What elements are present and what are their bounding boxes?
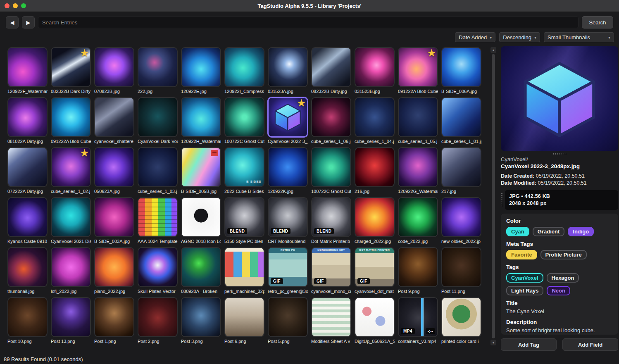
thumbnail-image[interactable] [181, 297, 221, 337]
forward-button[interactable]: ▶ [22, 16, 35, 29]
grid-item[interactable]: charged_2022.jpg [355, 197, 395, 245]
thumbnail-image[interactable]: RETRO PC GIF [268, 247, 308, 287]
grid-item[interactable]: ★ 091222A Blob Cube [398, 47, 438, 95]
thumbnail-image[interactable] [441, 297, 481, 337]
thumbnail-image[interactable] [398, 97, 438, 137]
thumbnail-image[interactable]: ★ [51, 147, 91, 187]
scrollbar-thumb[interactable] [492, 54, 495, 338]
tag-chip[interactable]: Indigo [568, 227, 594, 236]
grid-item[interactable]: MONOCHROME CRT GIF cyanvoxel_mono_cr [311, 247, 351, 295]
grid-item[interactable]: Post 11.png [441, 247, 481, 295]
thumbnail-image[interactable] [7, 247, 48, 287]
thumbnail-image[interactable]: B-SIDES [224, 147, 264, 187]
thumbnail-image[interactable] [138, 47, 178, 87]
thumbnail-image[interactable] [441, 147, 481, 187]
grid-item[interactable]: cube_series_1_06.j [311, 97, 351, 145]
info-drag-handle[interactable] [501, 193, 503, 207]
thumbnail-image[interactable] [7, 197, 48, 237]
grid-item[interactable]: AAA 1024 Template [138, 197, 178, 245]
grid-item[interactable]: 120922I_Compress [224, 47, 264, 95]
thumbnail-image[interactable] [441, 97, 481, 137]
grid-item[interactable]: Post 3.png [181, 297, 221, 345]
thumbnail-image[interactable]: BLEND [311, 197, 351, 237]
thumbnail-image[interactable] [398, 197, 438, 237]
grid-item[interactable]: 031523A.jpg [268, 47, 308, 95]
grid-item[interactable]: 217.jpg [441, 147, 481, 195]
thumbnail-image[interactable] [224, 47, 264, 87]
grid-item[interactable]: 082322B Dirty.jpg [311, 47, 351, 95]
grid-item[interactable]: lofi_2022.jpg [51, 247, 91, 295]
grid-item[interactable]: B-SIDE_006A.jpg [441, 47, 481, 95]
grid-item[interactable]: 120922K.jpg [268, 147, 308, 195]
thumbnail-image[interactable] [7, 97, 48, 137]
thumbnail-image[interactable] [51, 297, 91, 337]
grid-item[interactable]: Modifiers Sheet A v [311, 297, 351, 345]
grid-item[interactable]: Post 2.png [138, 297, 178, 345]
thumbnail-image[interactable]: MP4 -:-- [398, 297, 438, 337]
thumbnail-image[interactable]: BLEND [268, 197, 308, 237]
grid-item[interactable]: 222.jpg [138, 47, 178, 95]
grid-item[interactable]: cyanvoxel_shattere [94, 97, 134, 145]
thumbnail-image[interactable]: BLEND [224, 197, 264, 237]
grid-item[interactable]: 120922F_Watermarl [7, 47, 48, 95]
grid-item[interactable]: thumbnail.jpg [7, 247, 48, 295]
grid-item[interactable]: ★ cube_series_1_02.j [51, 147, 91, 195]
grid-item[interactable]: 216.jpg [355, 147, 395, 195]
thumbnail-image[interactable] [355, 97, 395, 137]
traffic-light[interactable] [5, 3, 10, 8]
thumbnail-image[interactable] [181, 197, 221, 237]
tag-chip[interactable]: Light Rays [506, 286, 543, 295]
grid-item[interactable]: 091222A Blob Cube [51, 97, 91, 145]
thumbnail-image[interactable] [138, 97, 178, 137]
grid-item[interactable]: Post 5.png [268, 297, 308, 345]
search-input[interactable] [38, 17, 579, 28]
thumbnail-image[interactable] [311, 47, 351, 87]
grid-item[interactable]: piano_2022.jpg [94, 247, 134, 295]
thumbnail-image[interactable]: ★ [398, 47, 438, 87]
grid-item[interactable]: 100722C Ghost Cut [224, 97, 264, 145]
grid-item[interactable]: cube_series_1_05.j [398, 97, 438, 145]
grid-item[interactable]: DOT MATRIX PRINTER GIF cyanvoxel_dot_mat [355, 247, 395, 295]
grid-item[interactable]: AGNC-2018 Icon Lo [181, 197, 221, 245]
thumbnail-image[interactable] [355, 197, 395, 237]
thumbnail-image[interactable]: DOT MATRIX PRINTER GIF [355, 247, 395, 287]
thumbnail-image[interactable] [94, 97, 134, 137]
grid-item[interactable]: Post 6.png [224, 297, 264, 345]
thumbnail-image[interactable]: ★ [268, 97, 308, 137]
preview-resize-handle[interactable] [552, 153, 567, 155]
thumbnail-image[interactable] [94, 147, 134, 187]
scroll-down-button[interactable]: ▼ [490, 340, 496, 345]
grid-item[interactable]: 120922E.jpg [181, 47, 221, 95]
grid-item[interactable]: Post 10.png [7, 297, 48, 345]
thumbnail-image[interactable] [268, 147, 308, 187]
sort-field-dropdown[interactable]: Date Added ▾ [455, 32, 495, 42]
grid-item[interactable]: cube_series_1_04.j [355, 97, 395, 145]
grid-item[interactable]: code_2022.jpg [398, 197, 438, 245]
scroll-up-button[interactable]: ▲ [490, 47, 496, 53]
grid-item[interactable]: MP4 -:-- containers_v3.mp4 [398, 297, 438, 345]
tag-chip[interactable]: Cyan [506, 227, 529, 236]
grid-item[interactable]: 081022A Dirty.jpg [7, 97, 48, 145]
thumbnail-image[interactable] [441, 47, 481, 87]
sort-order-dropdown[interactable]: Descending ▾ [499, 32, 540, 42]
thumbnail-image[interactable] [224, 97, 264, 137]
thumbnail-image[interactable] [181, 247, 221, 287]
traffic-light[interactable] [13, 3, 18, 8]
thumbnail-image[interactable] [441, 197, 481, 237]
add-field-button[interactable]: Add Field [562, 338, 618, 351]
tag-chip[interactable]: Gradient [533, 227, 564, 236]
grid-item[interactable]: Post 13.png [51, 297, 91, 345]
thumbnail-image[interactable]: ★ [51, 47, 91, 87]
grid-item[interactable]: BLEND Dot Matrix Printer.b [311, 197, 351, 245]
thumbnail-size-dropdown[interactable]: Small Thumbnails ▾ [544, 32, 614, 42]
thumbnail-image[interactable] [7, 47, 48, 87]
thumbnail-image[interactable] [94, 297, 134, 337]
thumbnail-image[interactable] [138, 297, 178, 337]
thumbnail-image[interactable] [355, 297, 395, 337]
traffic-light[interactable] [21, 3, 26, 8]
thumbnail-image[interactable] [7, 297, 48, 337]
grid-item[interactable]: perk_machines_32p [224, 247, 264, 295]
thumbnail-image[interactable] [224, 247, 264, 287]
grid-item[interactable]: cube_series_1_01.jp [441, 97, 481, 145]
thumbnail-image[interactable] [181, 47, 221, 87]
